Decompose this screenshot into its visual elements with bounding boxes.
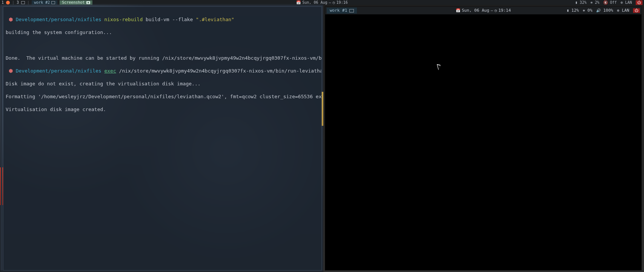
cpu-icon: ⎈ <box>583 9 585 12</box>
calendar-icon: 📅 <box>296 1 301 5</box>
terminal-output-line: Done. The virtual machine can be started… <box>6 55 319 61</box>
command-name: nixos-rebuild <box>104 17 143 22</box>
left-pane: ⬢ Development/personal/nixfiles nixos-re… <box>0 5 323 272</box>
terminal-line-prompt1: ⬢ Development/personal/nixfiles nixos-re… <box>6 16 319 23</box>
split-container: ⬢ Development/personal/nixfiles nixos-re… <box>0 5 644 272</box>
command-args: build-vm --flake <box>146 17 193 22</box>
battery-icon: ▮ <box>567 9 569 12</box>
workspace-number-1[interactable]: 1 <box>2 0 4 5</box>
vm-window[interactable]: work #1 📅 Sun, 06 Aug – ◷ 19:14 ▮ 12% ⎈ … <box>325 6 642 270</box>
host-status-bar: 1 | 3 | work #2 Screenshot 📅 Sun, 06 Aug… <box>0 0 644 5</box>
host-cpu: ⎈ 2% <box>590 0 599 5</box>
host-audio[interactable]: 🔇 Off <box>603 0 617 5</box>
prompt-icon: ⬢ <box>9 68 13 74</box>
dash-icon: – <box>329 1 331 5</box>
vm-date: Sun, 06 Aug <box>462 7 489 14</box>
vm-net[interactable]: ⊕ LAN <box>617 7 629 14</box>
window-border-left <box>1 6 2 270</box>
terminal-line-prompt2: ⬢ Development/personal/nixfiles exec /ni… <box>6 68 319 74</box>
terminal-output-line: building the system configuration... <box>6 29 319 36</box>
command-exec: exec <box>104 68 116 74</box>
vm-volume[interactable]: 🔊 100% <box>596 7 613 14</box>
vm-battery: ▮ 12% <box>567 7 579 14</box>
battery-icon: ▮ <box>575 1 578 5</box>
vm-workspace-label: work #1 <box>330 7 347 14</box>
firefox-icon[interactable] <box>6 1 10 5</box>
terminal-window[interactable]: ⬢ Development/personal/nixfiles nixos-re… <box>3 6 322 270</box>
vm-status-bar: work #1 📅 Sun, 06 Aug – ◷ 19:14 ▮ 12% ⎈ … <box>325 7 641 14</box>
host-date: Sun, 06 Aug <box>302 0 327 5</box>
vm-workspace-pill[interactable]: work #1 <box>327 8 357 14</box>
net-icon: ⊕ <box>621 1 623 5</box>
terminal-output-line: Virtualisation disk image created. <box>6 106 319 113</box>
camera-icon <box>86 1 90 4</box>
command-string-arg: ".#leviathan" <box>196 17 234 22</box>
mute-icon: 🔇 <box>603 1 608 5</box>
vm-time: 19:14 <box>498 7 511 14</box>
clock-icon: ◷ <box>333 1 335 5</box>
prompt-cwd: Development/personal/nixfiles <box>16 68 101 74</box>
host-battery: ▮ 32% <box>575 0 587 5</box>
right-pane: work #1 📅 Sun, 06 Aug – ◷ 19:14 ▮ 12% ⎈ … <box>323 5 644 272</box>
workspace-pill-work2[interactable]: work #2 <box>32 0 57 5</box>
screenshot-label: Screenshot <box>62 0 85 5</box>
dash-icon: – <box>491 9 493 12</box>
host-time: 19:16 <box>337 0 348 5</box>
window-icon <box>349 9 354 12</box>
clock-icon: ◷ <box>495 9 497 12</box>
terminal-blank-line <box>6 42 319 48</box>
terminal-output-line: Formatting '/home/wesleyjrz/Development/… <box>6 93 319 100</box>
net-icon: ⊕ <box>617 9 619 12</box>
power-button[interactable]: ⏻ <box>636 0 642 5</box>
workspace-number-3[interactable]: 3 <box>17 0 19 5</box>
power-icon: ⏻ <box>637 1 641 5</box>
prompt-cwd: Development/personal/nixfiles <box>16 17 101 22</box>
volume-icon: 🔊 <box>596 9 601 12</box>
workspace-label: work #2 <box>34 0 50 5</box>
calendar-icon: 📅 <box>456 9 460 12</box>
command-path-arg: /nix/store/mwvywk8jvpmy49w2n4bcqyjrgq030… <box>119 68 322 74</box>
screenshot-pill[interactable]: Screenshot <box>60 0 92 5</box>
power-icon: ⏻ <box>635 9 638 12</box>
separator: | <box>12 0 14 5</box>
window-icon <box>51 1 55 4</box>
host-net[interactable]: ⊕ LAN <box>621 0 632 5</box>
cpu-icon: ⎈ <box>590 1 593 5</box>
prompt-icon: ⬢ <box>9 17 13 22</box>
terminal-output-line: Disk image do not exist, creating the vi… <box>6 80 319 87</box>
vm-power-button[interactable]: ⏻ <box>633 8 640 13</box>
separator: | <box>27 0 29 5</box>
vm-cpu: ⎈ 0% <box>583 7 592 14</box>
window-icon <box>21 1 25 4</box>
